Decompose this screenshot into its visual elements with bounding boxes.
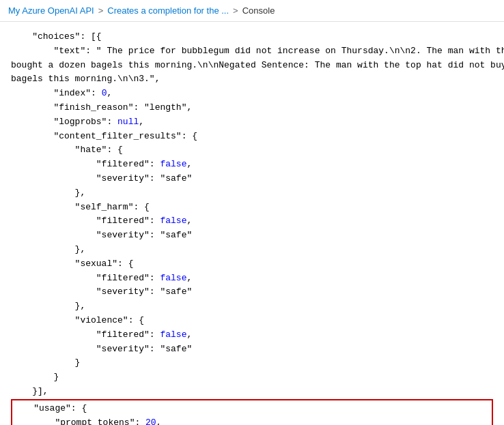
code-line: "logprobs": null, [11,115,493,130]
code-line: "prompt_tokens": 20, [12,416,492,425]
breadcrumb-sep-2: > [233,5,238,16]
code-line: }, [11,186,493,201]
code-line: "filtered": false, [11,158,493,172]
code-line: "index": 0, [11,87,493,101]
breadcrumb-item-1[interactable]: My Azure OpenAI API [8,5,94,16]
breadcrumb-item-2[interactable]: Creates a completion for the ... [107,5,229,16]
code-line: "choices": [{ [11,30,493,44]
code-line: "severity": "safe" [11,285,493,299]
code-line: "usage": { [12,402,492,416]
code-line: "sexual": { [11,257,493,272]
code-line: "self_harm": { [11,201,493,215]
code-line: "severity": "safe" [11,172,493,186]
code-line: "text": " The price for bubblegum did no… [11,44,493,59]
code-line: "filtered": false, [11,328,493,342]
code-line: bought a dozen bagels this morning.\n\nN… [11,59,493,73]
code-line: "severity": "safe" [11,342,493,357]
code-line: "finish_reason": "length", [11,101,493,115]
code-line: }, [11,243,493,257]
code-container: "choices": [{ "text": " The price for bu… [0,22,504,425]
code-line: } [11,370,493,385]
code-line: "filtered": false, [11,272,493,286]
code-line: }, [11,299,493,314]
breadcrumb-bar: My Azure OpenAI API > Creates a completi… [0,0,504,22]
highlighted-usage-section: "usage": { "prompt_tokens": 20, "complet… [11,399,493,425]
code-line: "filtered": false, [11,214,493,229]
code-line: "severity": "safe" [11,229,493,243]
code-line: "content_filter_results": { [11,130,493,144]
code-line: "violence": { [11,314,493,328]
code-block: "choices": [{ "text": " The price for bu… [11,30,493,425]
code-line: } [11,356,493,370]
code-line: bagels this morning.\n\n3.", [11,72,493,87]
code-line: }], [11,385,493,399]
breadcrumb-current: Console [242,5,275,16]
breadcrumb-sep-1: > [98,5,104,16]
code-line: "hate": { [11,143,493,158]
